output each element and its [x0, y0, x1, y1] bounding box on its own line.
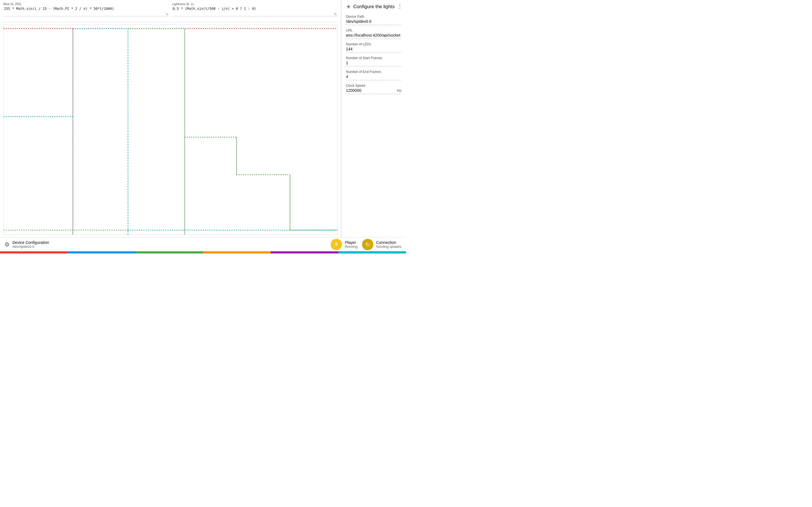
url-field: URL wss://localhost:4200/api/socket — [346, 29, 402, 39]
clock-speed-text: 1200000 — [346, 88, 396, 93]
device-path-text: /dev/spidev0.0 — [346, 19, 402, 24]
num-end-frames-label: Number of End Frames — [346, 70, 402, 74]
color-bar-segment — [338, 251, 406, 253]
clock-speed-value[interactable]: 1200000 Hz — [346, 88, 402, 94]
editors-row-1: Blue (0, 255) 255 * Math.sin(i / 15 - (M… — [3, 2, 338, 17]
lightness-edit-icon: ✎ — [334, 12, 337, 16]
clock-speed-field: Clock Speed 1200000 Hz — [346, 83, 402, 94]
chart-area — [0, 22, 341, 237]
num-leds-value[interactable]: 144 — [346, 47, 402, 53]
chart-canvas — [3, 24, 338, 235]
connection-status-group: ↻ Connection Sending updates — [362, 239, 402, 250]
blue-edit-icon: ✎ — [165, 12, 168, 16]
color-bar-segment — [203, 251, 271, 253]
num-leds-label: Number of LEDs — [346, 42, 402, 46]
color-bar-segment — [135, 251, 203, 253]
lightness-input[interactable]: 0.5 * (Math.sin(t/500 - i/n) > 0 ? 1 : 0… — [172, 6, 338, 16]
url-text: wss://localhost:4200/api/socket — [346, 33, 402, 38]
menu-dots[interactable]: ⋮ — [397, 3, 403, 10]
sidebar: ⋮ ☀ Configure the lights Device Path /de… — [341, 0, 406, 237]
color-bar-segment — [271, 251, 338, 253]
pause-icon: ⏸ — [334, 241, 339, 247]
num-leds-text: 144 — [346, 47, 402, 51]
device-path-label: Device Path — [346, 15, 402, 18]
connection-label: Connection — [376, 240, 402, 245]
player-label: Player — [345, 240, 357, 245]
status-bar: ⚙ Device Configuration /dev/spidev0.0 ⏸ … — [0, 237, 406, 251]
connection-icon: ↻ — [365, 241, 370, 247]
num-end-frames-field: Number of End Frames 4 — [346, 70, 402, 80]
blue-label: Blue (0, 255) — [3, 2, 169, 6]
blue-editor: Blue (0, 255) 255 * Math.sin(i / 15 - (M… — [3, 2, 169, 17]
url-value[interactable]: wss://localhost:4200/api/socket — [346, 33, 402, 39]
num-start-frames-label: Number of Start Frames — [346, 56, 402, 60]
num-end-frames-value[interactable]: 4 — [346, 74, 402, 80]
gear-icon[interactable]: ⚙ — [4, 241, 10, 248]
player-labels: Player Running — [345, 240, 357, 249]
lightness-editor: Lightness (0, 1) 0.5 * (Math.sin(t/500 -… — [172, 2, 338, 17]
blue-input[interactable]: 255 * Math.sin(i / 15 - (Math.PI * 2 / n… — [3, 6, 169, 16]
clock-speed-unit: Hz — [397, 89, 402, 93]
device-info: Device Configuration /dev/spidev0.0 — [12, 240, 49, 249]
player-status: Running — [345, 245, 357, 249]
main-panel: Blue (0, 255) 255 * Math.sin(i / 15 - (M… — [0, 0, 341, 237]
color-bar-segment — [68, 251, 135, 253]
device-path-field: Device Path /dev/spidev0.0 — [346, 15, 402, 25]
num-start-frames-value[interactable]: 1 — [346, 61, 402, 66]
num-start-frames-text: 1 — [346, 61, 402, 65]
url-label: URL — [346, 29, 402, 33]
player-status-group: ⏸ Player Running — [331, 239, 357, 250]
sidebar-header: ☀ Configure the lights — [346, 3, 402, 10]
device-config-name: Device Configuration — [12, 240, 49, 245]
player-pause-button[interactable]: ⏸ — [331, 239, 342, 250]
device-path-value[interactable]: /dev/spidev0.0 — [346, 19, 402, 25]
num-start-frames-field: Number of Start Frames 1 — [346, 56, 402, 66]
sidebar-title: Configure the lights — [353, 4, 395, 10]
num-leds-field: Number of LEDs 144 — [346, 42, 402, 53]
editors-area: Blue (0, 255) 255 * Math.sin(i / 15 - (M… — [0, 0, 341, 22]
color-bar — [0, 251, 406, 253]
color-bar-segment — [0, 251, 68, 253]
clock-speed-label: Clock Speed — [346, 83, 402, 88]
configure-icon: ☀ — [346, 3, 351, 10]
num-end-frames-text: 4 — [346, 74, 402, 79]
device-config-section: ⚙ Device Configuration /dev/spidev0.0 — [4, 240, 49, 249]
connection-labels: Connection Sending updates — [376, 240, 402, 249]
lightness-label: Lightness (0, 1) — [172, 2, 338, 6]
device-config-path: /dev/spidev0.0 — [12, 245, 49, 249]
connection-status: Sending updates — [376, 245, 402, 249]
connection-button[interactable]: ↻ — [362, 239, 373, 250]
chart-svg — [4, 25, 337, 235]
